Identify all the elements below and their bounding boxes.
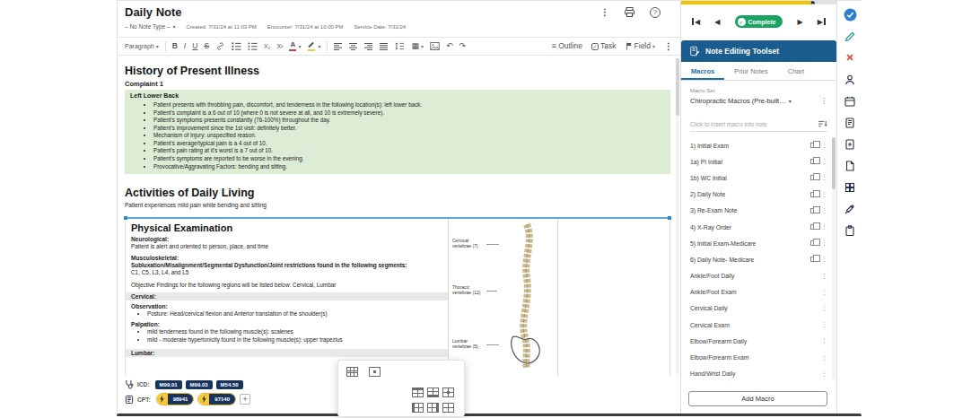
cpt-code-badge[interactable]: 97140 bbox=[197, 393, 236, 405]
macro-list-item[interactable]: 1b) WC Initial⋮ bbox=[681, 170, 836, 186]
insert-table-icon[interactable]: ▦ ▾ bbox=[411, 42, 424, 50]
tab-macros[interactable]: Macros bbox=[681, 62, 724, 80]
paragraph-style-select[interactable]: Paragraph ▾ bbox=[125, 43, 159, 49]
macro-list-item[interactable]: Elbow/Forearm Daily⋮ bbox=[681, 333, 836, 349]
icd-code-badge[interactable]: M99.01 bbox=[155, 380, 182, 389]
split-cell-icon[interactable] bbox=[441, 400, 456, 415]
note-type-select[interactable]: – No Note Type – ▾ bbox=[125, 23, 175, 30]
last-note-button[interactable]: ▶ bbox=[818, 18, 826, 26]
kebab-icon[interactable]: ⋮ bbox=[821, 354, 827, 361]
field-button[interactable]: Field ▾ bbox=[626, 42, 655, 50]
kebab-icon[interactable]: ⋮ bbox=[821, 142, 827, 149]
kebab-icon[interactable]: ⋮ bbox=[821, 337, 827, 344]
copy-icon[interactable] bbox=[810, 192, 816, 197]
macro-set-select[interactable]: Chiropractic Macros (Pre-built… ▾ ⋮ bbox=[690, 97, 827, 105]
kebab-icon[interactable]: ⋮ bbox=[821, 207, 827, 214]
kebab-icon[interactable]: ⋮ bbox=[821, 158, 827, 165]
note-menu-kebab-icon[interactable]: ⋮ bbox=[600, 7, 609, 17]
complete-button[interactable]: ✓ Complete bbox=[735, 15, 783, 28]
italic-button[interactable]: I bbox=[184, 42, 186, 50]
insert-column-left-icon[interactable] bbox=[410, 400, 425, 415]
sort-icon[interactable] bbox=[818, 120, 827, 128]
align-left-icon[interactable] bbox=[334, 43, 343, 50]
bold-button[interactable]: B bbox=[172, 42, 178, 50]
macro-list-item[interactable]: 4) X-Ray Order⋮ bbox=[681, 219, 836, 235]
status-complete-icon[interactable] bbox=[844, 8, 857, 22]
kebab-icon[interactable]: ⋮ bbox=[821, 174, 827, 181]
add-macro-button[interactable]: Add Macro bbox=[688, 391, 827, 406]
close-icon[interactable]: ✕ bbox=[844, 51, 857, 65]
cell-properties-icon[interactable] bbox=[369, 367, 381, 377]
bullet-list-icon[interactable] bbox=[248, 42, 258, 51]
link-icon[interactable] bbox=[215, 41, 225, 51]
copy-icon[interactable] bbox=[810, 175, 816, 180]
document-scrollbar[interactable] bbox=[676, 58, 679, 374]
divider-handle[interactable] bbox=[124, 216, 127, 220]
insert-image-icon[interactable] bbox=[430, 42, 440, 50]
selected-divider[interactable] bbox=[125, 217, 670, 219]
previous-note-button[interactable]: ◀ bbox=[714, 18, 720, 26]
macro-list-item[interactable]: Hand/Wrist Daily⋮ bbox=[681, 366, 836, 382]
macro-list-item[interactable]: 1) Initial Exam⋮ bbox=[681, 137, 836, 153]
copy-icon[interactable] bbox=[810, 208, 816, 213]
macro-list-item[interactable]: 3) Re-Exam Note⋮ bbox=[681, 203, 836, 219]
tab-prior-notes[interactable]: Prior Notes bbox=[724, 62, 778, 80]
document-icon[interactable] bbox=[844, 159, 857, 172]
print-icon[interactable] bbox=[624, 6, 635, 18]
line-spacing-icon[interactable] bbox=[395, 42, 405, 50]
macro-list-item[interactable]: Ankle/Foot Daily⋮ bbox=[681, 268, 836, 284]
kebab-icon[interactable]: ⋮ bbox=[821, 289, 827, 296]
kebab-icon[interactable]: ⋮ bbox=[821, 370, 827, 378]
underline-button[interactable]: U bbox=[192, 42, 197, 50]
kebab-icon[interactable]: ⋮ bbox=[821, 273, 827, 280]
divider-handle[interactable] bbox=[668, 216, 671, 220]
macro-list-item[interactable]: 5) Initial Exam-Medicare⋮ bbox=[681, 235, 836, 251]
note-document[interactable]: History of Present Illness Complaint 1 L… bbox=[118, 56, 680, 376]
kebab-icon[interactable]: ⋮ bbox=[821, 191, 827, 198]
add-document-icon[interactable] bbox=[844, 137, 857, 151]
macro-list-item[interactable]: Cervical Exam⋮ bbox=[681, 317, 836, 333]
insert-row-above-icon[interactable] bbox=[410, 385, 425, 400]
insert-row-below-icon[interactable] bbox=[425, 385, 441, 400]
text-color-button[interactable]: A ▾ bbox=[289, 41, 301, 51]
macro-list-item[interactable]: 6) Daily Note- Medicare⋮ bbox=[681, 251, 836, 267]
align-justify-icon[interactable] bbox=[380, 43, 389, 50]
kebab-icon[interactable]: ⋮ bbox=[821, 305, 827, 312]
redo-icon[interactable]: ↷ bbox=[459, 42, 467, 50]
injection-icon[interactable] bbox=[844, 202, 857, 215]
macro-search-input[interactable] bbox=[690, 121, 818, 127]
icd-code-badge[interactable]: M54.50 bbox=[216, 380, 243, 389]
align-right-icon[interactable] bbox=[364, 43, 373, 50]
macro-list-scrollbar[interactable] bbox=[832, 137, 836, 379]
clipboard-icon[interactable] bbox=[844, 223, 857, 237]
help-icon[interactable]: ? bbox=[650, 7, 661, 18]
macro-set-kebab-icon[interactable]: ⋮ bbox=[820, 97, 827, 105]
toolbar-kebab-icon[interactable]: ⋮ bbox=[664, 41, 673, 51]
undo-icon[interactable]: ↶ bbox=[446, 42, 453, 50]
macro-list-item[interactable]: 2) Daily Note⋮ bbox=[681, 187, 836, 203]
strikethrough-button[interactable]: S bbox=[204, 42, 209, 50]
macro-list-item[interactable]: Cervical Daily⋮ bbox=[681, 300, 836, 317]
highlight-color-button[interactable]: ▾ bbox=[307, 41, 320, 51]
ledger-icon[interactable] bbox=[844, 116, 857, 129]
task-button[interactable]: ✓ Task bbox=[591, 42, 616, 50]
add-code-button[interactable]: + bbox=[240, 394, 250, 405]
next-note-button[interactable]: ▶ bbox=[798, 18, 803, 26]
icd-code-badge[interactable]: M99.03 bbox=[186, 380, 213, 389]
cpt-code-badge[interactable]: 98941 bbox=[156, 393, 195, 405]
numbered-list-icon[interactable] bbox=[232, 42, 241, 51]
kebab-icon[interactable]: ⋮ bbox=[821, 321, 827, 328]
copy-icon[interactable] bbox=[810, 159, 816, 164]
subscript-button[interactable]: X₂ bbox=[264, 43, 270, 49]
copy-icon[interactable] bbox=[810, 143, 816, 148]
kebab-icon[interactable]: ⋮ bbox=[821, 256, 827, 263]
kebab-icon[interactable]: ⋮ bbox=[821, 223, 827, 231]
tab-chart[interactable]: Chart bbox=[778, 62, 814, 80]
macro-list-item[interactable]: Ankle/Foot Exam⋮ bbox=[681, 284, 836, 300]
calendar-icon[interactable] bbox=[844, 94, 857, 108]
align-center-icon[interactable] bbox=[349, 43, 358, 50]
apps-grid-icon[interactable] bbox=[844, 180, 857, 194]
kebab-icon[interactable]: ⋮ bbox=[821, 239, 827, 247]
insert-column-right-icon[interactable] bbox=[425, 400, 441, 415]
copy-icon[interactable] bbox=[810, 257, 816, 262]
